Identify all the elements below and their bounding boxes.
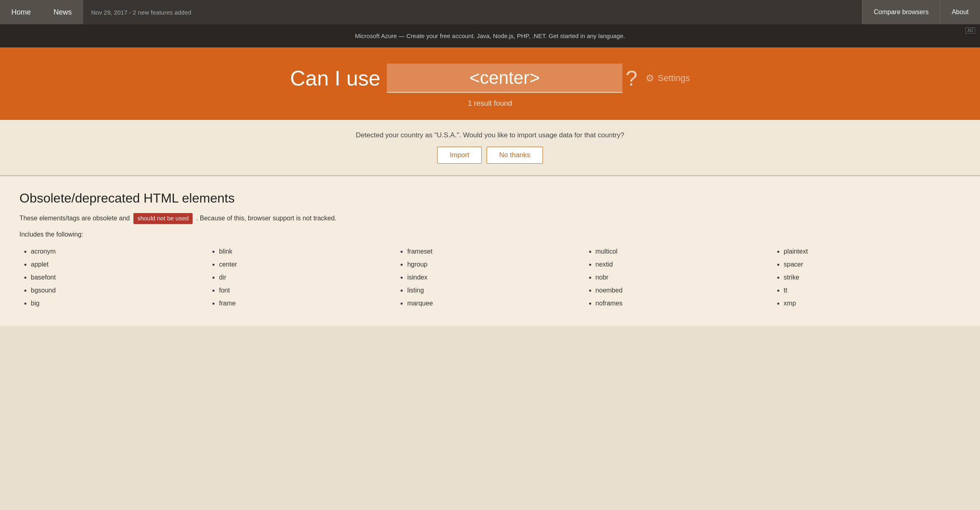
list-item: blink bbox=[219, 245, 396, 258]
nav-news-date: Nov 29, 2017 - 2 new features added bbox=[83, 0, 199, 24]
list-item: marquee bbox=[407, 297, 584, 310]
no-thanks-button[interactable]: No thanks bbox=[487, 147, 543, 164]
elements-col-2: framesethgroupisindexlistingmarquee bbox=[396, 245, 584, 310]
elements-col-0: acronymappletbasefontbgsoundbig bbox=[19, 245, 208, 310]
nav-news[interactable]: News bbox=[42, 0, 83, 24]
list-item: big bbox=[31, 297, 208, 310]
hero-prefix: Can I use bbox=[290, 66, 381, 90]
ad-text: Microsoft Azure — Create your free accou… bbox=[355, 32, 625, 39]
includes-label: Includes the following: bbox=[19, 230, 961, 239]
description: These elements/tags are obsolete and sho… bbox=[19, 213, 961, 224]
list-item: nobr bbox=[596, 271, 772, 284]
list-item: strike bbox=[784, 271, 961, 284]
elements-col-3: multicolnextidnobrnoembednoframes bbox=[584, 245, 772, 310]
hero-input-wrapper bbox=[387, 64, 622, 93]
list-item: listing bbox=[407, 284, 584, 297]
import-button[interactable]: Import bbox=[437, 147, 482, 164]
list-item: noframes bbox=[596, 297, 772, 310]
navigation: Home News Nov 29, 2017 - 2 new features … bbox=[0, 0, 980, 24]
elements-col-1: blinkcenterdirfontframe bbox=[208, 245, 396, 310]
elements-grid: acronymappletbasefontbgsoundbigblinkcent… bbox=[19, 245, 961, 310]
hero-question-mark: ? bbox=[626, 66, 637, 90]
hero-section: Can I use ? ⚙ Settings 1 result found bbox=[0, 47, 980, 120]
main-content: Obsolete/deprecated HTML elements These … bbox=[0, 175, 980, 326]
list-item: spacer bbox=[784, 258, 961, 271]
deprecated-badge: should not be used bbox=[133, 213, 193, 224]
country-message: Detected your country as "U.S.A.". Would… bbox=[8, 131, 972, 139]
list-item: frameset bbox=[407, 245, 584, 258]
nav-home[interactable]: Home bbox=[0, 0, 42, 24]
list-item: acronym bbox=[31, 245, 208, 258]
list-item: center bbox=[219, 258, 396, 271]
list-item: hgroup bbox=[407, 258, 584, 271]
list-item: multicol bbox=[596, 245, 772, 258]
list-item: applet bbox=[31, 258, 208, 271]
nav-left: Home News Nov 29, 2017 - 2 new features … bbox=[0, 0, 199, 24]
country-buttons: Import No thanks bbox=[8, 147, 972, 164]
nav-right: Compare browsers About bbox=[862, 0, 980, 24]
list-item: bgsound bbox=[31, 284, 208, 297]
description-prefix: These elements/tags are obsolete and bbox=[19, 215, 130, 222]
list-item: plaintext bbox=[784, 245, 961, 258]
list-item: nextid bbox=[596, 258, 772, 271]
list-item: xmp bbox=[784, 297, 961, 310]
ad-banner: Microsoft Azure — Create your free accou… bbox=[0, 24, 980, 47]
list-item: basefont bbox=[31, 271, 208, 284]
list-item: font bbox=[219, 284, 396, 297]
search-input[interactable] bbox=[393, 68, 616, 88]
list-item: tt bbox=[784, 284, 961, 297]
list-item: isindex bbox=[407, 271, 584, 284]
gear-icon: ⚙ bbox=[645, 73, 654, 84]
hero-search-row: Can I use ? ⚙ Settings bbox=[8, 64, 972, 93]
list-item: noembed bbox=[596, 284, 772, 297]
page-title: Obsolete/deprecated HTML elements bbox=[19, 191, 961, 206]
hero-result: 1 result found bbox=[8, 99, 972, 108]
ad-label: AD bbox=[965, 28, 975, 34]
nav-about[interactable]: About bbox=[940, 0, 980, 24]
list-item: dir bbox=[219, 271, 396, 284]
settings-label: Settings bbox=[658, 73, 690, 83]
description-suffix: . Because of this, browser support is no… bbox=[196, 215, 337, 222]
country-banner: Detected your country as "U.S.A.". Would… bbox=[0, 120, 980, 175]
nav-compare[interactable]: Compare browsers bbox=[862, 0, 940, 24]
settings-button[interactable]: ⚙ Settings bbox=[645, 73, 690, 84]
elements-col-4: plaintextspacerstrikettxmp bbox=[772, 245, 961, 310]
list-item: frame bbox=[219, 297, 396, 310]
